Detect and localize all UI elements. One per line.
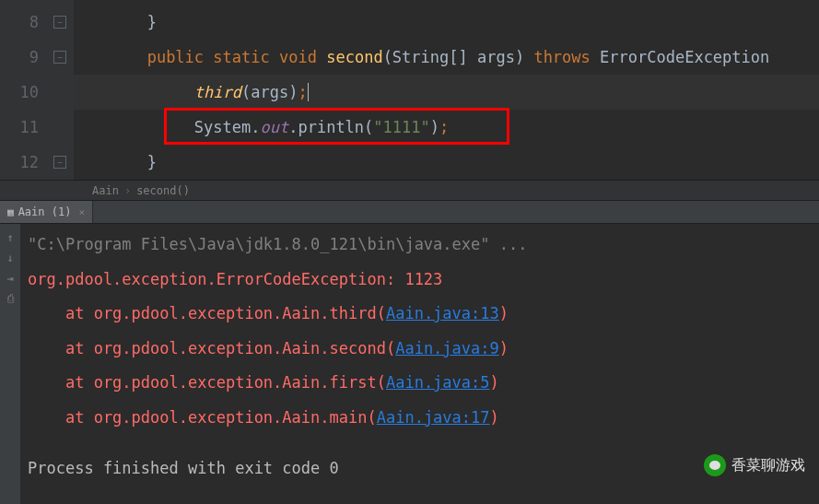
command-line: "C:\Program Files\Java\jdk1.8.0_121\bin\… [28, 233, 812, 257]
line-number: 10 [0, 83, 46, 101]
run-tab-bar: ▦ Aain (1) × [0, 200, 819, 224]
wechat-icon [704, 454, 726, 476]
run-config-icon: ▦ [7, 206, 14, 218]
exit-line: Process finished with exit code 0 [28, 457, 812, 481]
fold-icon[interactable]: − [53, 51, 66, 64]
print-icon[interactable]: ⎙ [3, 292, 18, 307]
source-link[interactable]: Aain.java:17 [377, 408, 490, 427]
source-link[interactable]: Aain.java:13 [386, 304, 499, 322]
scroll-down-icon[interactable]: ↓ [3, 252, 18, 266]
source-link[interactable]: Aain.java:5 [386, 373, 490, 392]
breadcrumb: Aain › second() [0, 180, 819, 200]
console-output[interactable]: "C:\Program Files\Java\jdk1.8.0_121\bin\… [20, 224, 819, 504]
line-number: 9 [0, 48, 46, 66]
line-number: 12 [0, 153, 46, 171]
source-link[interactable]: Aain.java:9 [395, 339, 499, 357]
line-number: 11 [0, 118, 46, 136]
scroll-up-icon[interactable]: ↑ [3, 231, 18, 246]
stack-trace-line: at org.pdool.exception.Aain.third(Aain.j… [28, 302, 812, 326]
chevron-right-icon: › [124, 184, 131, 197]
breadcrumb-class[interactable]: Aain [92, 184, 119, 197]
exception-line: org.pdool.exception.ErrorCodeException: … [28, 268, 812, 292]
line-number: 8 [0, 13, 46, 31]
tab-label: Aain (1) [18, 205, 72, 218]
stack-trace-line: at org.pdool.exception.Aain.second(Aain.… [28, 337, 812, 361]
gutter: 8 − 9 − 10 11 12 − [0, 0, 74, 180]
breadcrumb-method[interactable]: second() [136, 184, 190, 197]
stack-trace-line: at org.pdool.exception.Aain.first(Aain.j… [28, 371, 812, 395]
code-editor[interactable]: 8 − 9 − 10 11 12 − } public static void … [0, 0, 819, 180]
fold-icon[interactable]: − [53, 16, 66, 29]
fold-icon[interactable]: − [53, 156, 66, 169]
console-toolbar: ↑ ↓ ⇥ ⎙ [0, 224, 20, 504]
run-tab[interactable]: ▦ Aain (1) × [0, 201, 93, 223]
watermark: 香菜聊游戏 [704, 454, 805, 476]
wrap-icon[interactable]: ⇥ [3, 272, 18, 287]
text-cursor [308, 83, 309, 101]
close-icon[interactable]: × [78, 206, 85, 218]
code-content[interactable]: } public static void second(String[] arg… [74, 0, 819, 180]
stack-trace-line: at org.pdool.exception.Aain.main(Aain.ja… [28, 406, 812, 430]
